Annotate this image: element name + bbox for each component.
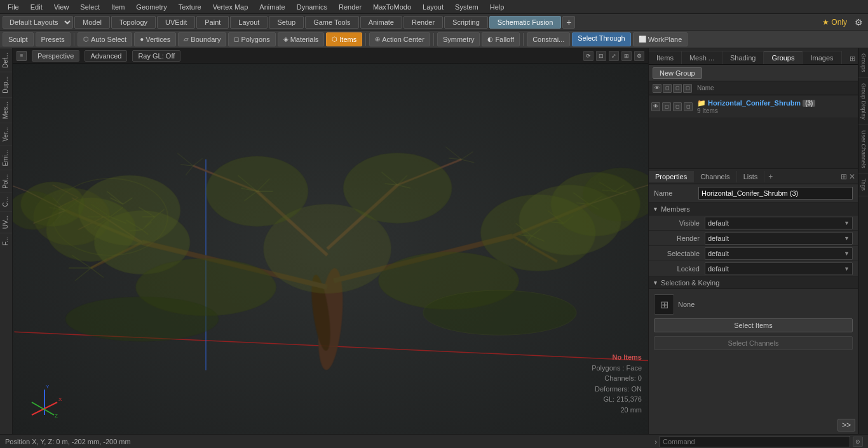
name-input[interactable]	[698, 187, 853, 200]
tab-game-tools[interactable]: Game Tools	[305, 16, 359, 29]
left-tab-c[interactable]: C...	[0, 193, 12, 211]
list-icon-2[interactable]: ◻	[673, 84, 682, 93]
viewport-advanced-tab[interactable]: Advanced	[85, 50, 127, 62]
more-button[interactable]: >>	[837, 419, 855, 431]
tab-schematic-fusion[interactable]: Schematic Fusion	[489, 16, 561, 29]
menu-render[interactable]: Render	[334, 2, 367, 12]
auto-select-button[interactable]: ⬡ Auto Select	[78, 32, 132, 46]
menu-layout[interactable]: Layout	[417, 2, 449, 12]
left-tab-pol[interactable]: Pol...	[0, 170, 12, 193]
tab-render[interactable]: Render	[403, 16, 443, 29]
action-center-button[interactable]: ⊕ Action Center	[369, 32, 430, 46]
menu-texture[interactable]: Texture	[173, 2, 207, 12]
tab-uvedit[interactable]: UVEdit	[157, 16, 195, 29]
selectable-select[interactable]: default ▼	[705, 247, 853, 260]
group-item-icon-3[interactable]: ◻	[684, 102, 693, 111]
menu-geometry[interactable]: Geometry	[131, 2, 172, 12]
menu-animate[interactable]: Animate	[254, 2, 290, 12]
props-expand-icon[interactable]: ⊞ ✕	[838, 171, 858, 182]
work-plane-button[interactable]: ⬜ WorkPlane	[633, 32, 688, 46]
tab-setup[interactable]: Setup	[269, 16, 304, 29]
menu-dynamics[interactable]: Dynamics	[292, 2, 332, 12]
settings-icon[interactable]: ⚙	[852, 16, 865, 29]
rp-tab-images[interactable]: Images	[803, 51, 841, 64]
presets-button[interactable]: Presets	[36, 32, 71, 46]
right-vtab-group-display[interactable]: Group Display	[858, 78, 868, 125]
left-tab-ver[interactable]: Ver...	[0, 123, 12, 146]
left-tab-mesh[interactable]: Mes...	[0, 97, 12, 123]
command-input[interactable]	[660, 436, 850, 447]
menu-item[interactable]: Item	[106, 2, 130, 12]
menu-maxtomodo[interactable]: MaxToModo	[368, 2, 416, 12]
viewport-icon-fit[interactable]: ⊡	[596, 51, 606, 61]
left-tab-def[interactable]: Def...	[0, 48, 12, 72]
menu-edit[interactable]: Edit	[25, 2, 48, 12]
left-tab-emi[interactable]: Emi...	[0, 146, 12, 170]
render-select[interactable]: default ▼	[705, 232, 853, 245]
rp-tab-items[interactable]: Items	[649, 51, 682, 64]
tab-scripting[interactable]: Scripting	[444, 16, 488, 29]
props-tab-channels[interactable]: Channels	[694, 171, 736, 182]
group-item-icon-2[interactable]: ◻	[673, 102, 682, 111]
menu-view[interactable]: View	[49, 2, 74, 12]
props-tab-properties[interactable]: Properties	[649, 171, 694, 182]
viewport[interactable]: ≡ Perspective Advanced Ray GL: Off ⟳ ⊡ ⤢…	[13, 48, 648, 434]
right-vtab-user-channels[interactable]: User Channels	[858, 125, 868, 174]
tab-animate[interactable]: Animate	[360, 16, 402, 29]
viewport-icon-zoom[interactable]: ⤢	[609, 51, 619, 61]
rp-tab-groups[interactable]: Groups	[764, 51, 803, 64]
symmetry-button[interactable]: Symmetry	[437, 32, 480, 46]
left-tab-dup[interactable]: Dup...	[0, 72, 12, 97]
list-icon-3[interactable]: ◻	[683, 84, 692, 93]
menu-system[interactable]: System	[450, 2, 484, 12]
scene-canvas[interactable]: No Items Polygons : Face Channels: 0 Def…	[13, 64, 648, 434]
materials-button[interactable]: ◈ Materials	[278, 32, 325, 46]
left-tab-uv[interactable]: UV...	[0, 211, 12, 233]
menu-select[interactable]: Select	[75, 2, 105, 12]
sculpt-button[interactable]: Sculpt	[3, 32, 34, 46]
items-button[interactable]: ⬡ Items	[326, 32, 362, 46]
viewport-icon-expand[interactable]: ⊞	[621, 51, 632, 61]
menu-help[interactable]: Help	[485, 2, 510, 12]
tab-paint[interactable]: Paint	[196, 16, 229, 29]
rp-expand-icon[interactable]: ⊞	[847, 53, 858, 64]
list-icon-1[interactable]: ◻	[663, 84, 672, 93]
select-items-button[interactable]: Select Items	[654, 318, 853, 332]
polygons-button[interactable]: ◻ Polygons	[228, 32, 275, 46]
new-group-button[interactable]: New Group	[653, 67, 702, 79]
group-item-visibility[interactable]: 👁	[651, 102, 660, 111]
command-run-button[interactable]: ⊙	[853, 437, 863, 447]
right-vtab-tags[interactable]: Tags	[858, 173, 868, 196]
tab-layout[interactable]: Layout	[230, 16, 268, 29]
rp-tab-shading[interactable]: Shading	[722, 51, 764, 64]
right-vtab-groups[interactable]: Groups	[858, 48, 868, 78]
viewport-menu-btn[interactable]: ≡	[17, 51, 27, 61]
vertices-button[interactable]: ● Vertices	[134, 32, 176, 46]
list-eye-icon[interactable]: 👁	[653, 84, 661, 93]
add-layout-tab-button[interactable]: +	[562, 16, 575, 29]
boundary-button[interactable]: ▱ Boundary	[178, 32, 226, 46]
falloff-button[interactable]: ◐ Falloff	[482, 32, 520, 46]
group-item-icon-1[interactable]: ◻	[662, 102, 671, 111]
locked-select[interactable]: default ▼	[705, 262, 853, 275]
layout-dropdown[interactable]: Default Layouts	[3, 16, 73, 29]
rp-tab-mesh[interactable]: Mesh ...	[682, 51, 722, 64]
props-tab-lists[interactable]: Lists	[737, 171, 765, 182]
visible-select[interactable]: default ▼	[705, 217, 853, 229]
viewport-icon-rotate[interactable]: ⟳	[583, 51, 593, 61]
members-section-header[interactable]: ▼ Members	[649, 203, 858, 215]
constrain-button[interactable]: Constrai...	[527, 32, 570, 46]
tab-model[interactable]: Model	[74, 16, 110, 29]
viewport-icon-settings[interactable]: ⚙	[634, 51, 644, 61]
group-item-row[interactable]: 👁 ◻ ◻ ◻ 📁 Horizontal_Conifer_Shrubm (3) …	[649, 95, 858, 118]
tab-topology[interactable]: Topology	[111, 16, 156, 29]
viewport-raygl-tab[interactable]: Ray GL: Off	[132, 50, 180, 62]
menu-vertex-map[interactable]: Vertex Map	[208, 2, 254, 12]
sel-key-section-header[interactable]: ▼ Selection & Keying	[649, 276, 858, 289]
menu-file[interactable]: File	[3, 2, 24, 12]
select-through-button[interactable]: Select Through	[572, 32, 630, 46]
select-channels-button[interactable]: Select Channels	[654, 336, 853, 350]
left-tab-f[interactable]: F...	[0, 233, 12, 249]
viewport-perspective-tab[interactable]: Perspective	[32, 50, 79, 62]
props-tab-plus[interactable]: +	[764, 170, 776, 183]
